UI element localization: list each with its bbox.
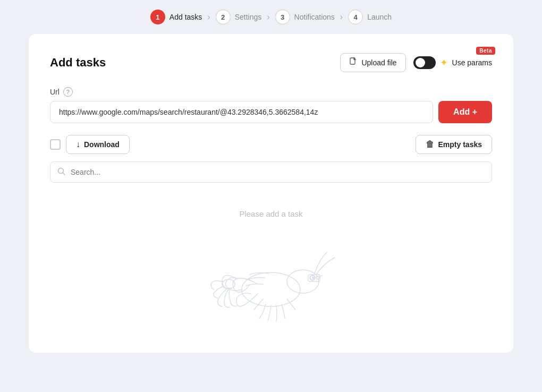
chevron-1: ›	[207, 12, 210, 22]
beta-badge: Beta	[476, 47, 495, 55]
svg-point-6	[312, 277, 314, 279]
step-num-3: 3	[275, 10, 290, 24]
step-num-2: 2	[216, 10, 231, 24]
empty-state: Please add a task	[50, 199, 492, 327]
empty-state-text: Please add a task	[239, 209, 302, 218]
step-label-4: Launch	[367, 13, 392, 21]
step-num-4: 4	[348, 10, 363, 24]
add-button[interactable]: Add +	[438, 101, 492, 123]
download-button[interactable]: ↓ Download	[66, 135, 130, 154]
star-icon: ✦	[440, 57, 448, 69]
step-2[interactable]: 2 Settings	[216, 10, 262, 24]
card-header: Add tasks Upload file ✦ Use params Beta	[50, 53, 492, 72]
trash-icon: 🗑	[426, 140, 434, 149]
main-card: Add tasks Upload file ✦ Use params Beta	[29, 34, 513, 353]
svg-line-2	[63, 173, 65, 175]
step-label-1: Add tasks	[170, 13, 202, 21]
chevron-3: ›	[340, 12, 343, 22]
step-1[interactable]: 1 Add tasks	[150, 10, 202, 24]
use-params-label: Use params	[452, 58, 492, 67]
upload-label: Upload file	[361, 58, 396, 67]
empty-tasks-button[interactable]: 🗑 Empty tasks	[416, 135, 492, 154]
url-input-row: Add +	[50, 101, 492, 123]
toggle-knob	[416, 58, 425, 67]
upload-icon	[349, 57, 358, 68]
chevron-2: ›	[267, 12, 269, 22]
upload-file-button[interactable]: Upload file	[340, 53, 405, 72]
step-3[interactable]: 3 Notifications	[275, 10, 335, 24]
lobster-illustration	[181, 231, 361, 327]
search-input[interactable]	[50, 161, 492, 183]
toolbar-left: ↓ Download	[50, 135, 130, 154]
step-label-3: Notifications	[294, 13, 335, 21]
step-4[interactable]: 4 Launch	[348, 10, 392, 24]
toolbar-row: ↓ Download 🗑 Empty tasks	[50, 135, 492, 154]
empty-tasks-label: Empty tasks	[438, 140, 482, 149]
page-title: Add tasks	[50, 56, 106, 70]
url-label: Url	[50, 88, 60, 96]
url-input[interactable]	[50, 101, 433, 123]
use-params-toggle[interactable]: ✦ Use params Beta	[413, 56, 492, 69]
select-all-checkbox[interactable]	[50, 139, 61, 150]
download-label: Download	[84, 140, 120, 149]
header-actions: Upload file ✦ Use params Beta	[340, 53, 492, 72]
stepper: 1 Add tasks › 2 Settings › 3 Notificatio…	[0, 0, 542, 34]
toggle-switch[interactable]	[413, 56, 436, 69]
url-label-row: Url ?	[50, 87, 492, 97]
search-wrap	[50, 161, 492, 183]
help-icon[interactable]: ?	[63, 87, 73, 97]
step-num-1: 1	[150, 10, 165, 24]
search-icon	[57, 167, 65, 177]
download-icon: ↓	[76, 140, 80, 149]
step-label-2: Settings	[235, 13, 262, 21]
